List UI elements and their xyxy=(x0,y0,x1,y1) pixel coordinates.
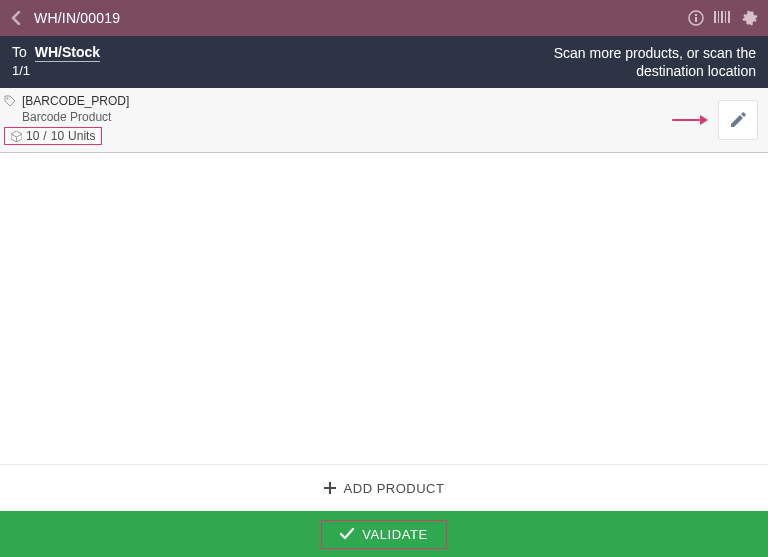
header-actions xyxy=(688,10,758,26)
cube-icon xyxy=(11,131,22,142)
top-bar: WH/IN/00019 xyxy=(0,0,768,36)
svg-point-8 xyxy=(7,98,9,100)
progress-arrow-icon xyxy=(672,117,708,123)
svg-rect-10 xyxy=(324,487,336,489)
info-icon[interactable] xyxy=(688,10,704,26)
qty-separator: / xyxy=(43,129,46,143)
svg-rect-7 xyxy=(728,11,730,23)
quantity-box: 10 / 10 Units xyxy=(4,127,102,145)
add-product-button[interactable]: ADD PRODUCT xyxy=(0,464,768,511)
svg-rect-6 xyxy=(725,11,726,23)
product-line[interactable]: [BARCODE_PROD] Barcode Product 10 / 10 U… xyxy=(0,88,768,153)
edit-line-button[interactable] xyxy=(718,100,758,140)
add-product-label: ADD PRODUCT xyxy=(344,481,445,496)
svg-rect-1 xyxy=(695,17,697,22)
scan-hint: Scan more products, or scan the destinat… xyxy=(496,44,756,80)
validate-bar[interactable]: VALIDATE xyxy=(0,511,768,557)
svg-rect-5 xyxy=(721,11,723,23)
sub-header: To WH/Stock 1/1 Scan more products, or s… xyxy=(0,36,768,88)
check-icon xyxy=(340,528,354,540)
qty-total: 10 xyxy=(51,129,64,143)
validate-label: VALIDATE xyxy=(362,527,428,542)
svg-rect-3 xyxy=(714,11,716,23)
plus-icon xyxy=(324,482,336,494)
product-name: Barcode Product xyxy=(4,110,672,124)
svg-rect-2 xyxy=(695,14,697,16)
page-count: 1/1 xyxy=(12,63,100,78)
tag-icon xyxy=(4,95,16,107)
svg-rect-4 xyxy=(718,11,719,23)
to-label: To xyxy=(12,44,27,60)
gear-icon[interactable] xyxy=(742,10,758,26)
barcode-icon[interactable] xyxy=(714,10,732,26)
validate-button[interactable]: VALIDATE xyxy=(321,520,447,549)
product-code: [BARCODE_PROD] xyxy=(22,94,129,108)
qty-done: 10 xyxy=(26,129,39,143)
lines-list[interactable]: [BARCODE_PROD] Barcode Product 10 / 10 U… xyxy=(0,88,768,464)
qty-uom: Units xyxy=(68,129,95,143)
destination-location[interactable]: WH/Stock xyxy=(35,44,100,62)
back-icon[interactable] xyxy=(10,11,22,25)
page-title: WH/IN/00019 xyxy=(34,10,688,26)
